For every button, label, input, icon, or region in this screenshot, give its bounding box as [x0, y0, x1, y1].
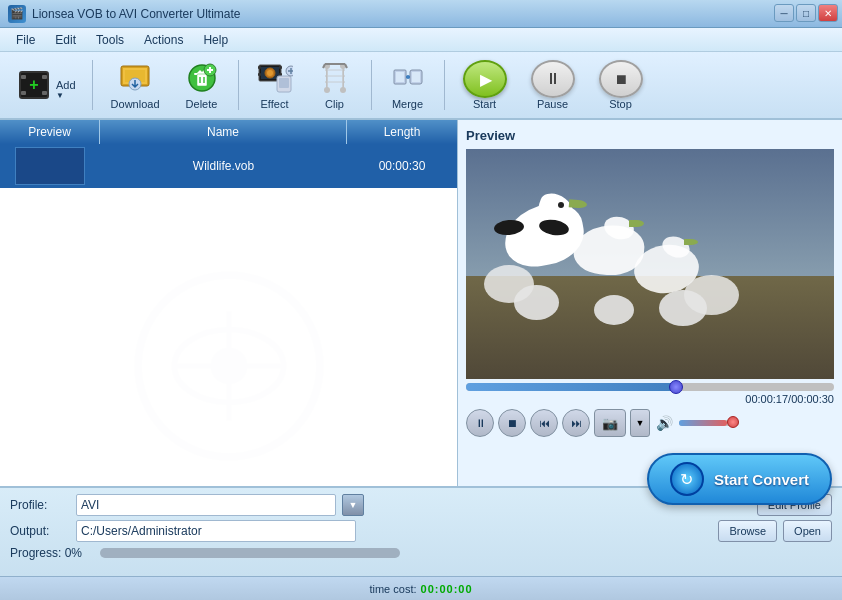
vc-stop-button[interactable]: ⏹: [498, 409, 526, 437]
menu-tools[interactable]: Tools: [86, 31, 134, 49]
vc-options-dropdown[interactable]: ▼: [630, 409, 650, 437]
start-button[interactable]: ▶ Start: [453, 56, 517, 114]
file-list-header: Preview Name Length: [0, 120, 457, 144]
profile-input[interactable]: [76, 494, 336, 516]
pause-label: Pause: [537, 98, 568, 110]
video-controls: ⏸ ⏹ ⏮ ⏭ 📷 ▼ 🔊: [466, 409, 834, 437]
vc-pause-button[interactable]: ⏸: [466, 409, 494, 437]
app-title: Lionsea VOB to AVI Converter Ultimate: [32, 7, 241, 21]
progress-label: Progress: 0%: [10, 546, 90, 560]
open-button[interactable]: Open: [783, 520, 832, 542]
toolbar-separator-2: [238, 60, 239, 110]
file-row[interactable]: Wildlife.vob 00:00:30: [0, 144, 457, 188]
progress-track: [100, 548, 400, 558]
window-controls: ─ □ ✕: [774, 4, 838, 22]
svg-rect-12: [279, 66, 282, 69]
clip-button[interactable]: Clip: [307, 56, 363, 114]
file-list-empty: [0, 188, 457, 486]
svg-point-21: [324, 87, 330, 93]
svg-rect-26: [412, 72, 420, 82]
start-convert-label: Start Convert: [714, 471, 809, 488]
file-thumbnail: [15, 147, 85, 185]
download-label: Download: [111, 98, 160, 110]
progress-row: Progress: 0%: [10, 546, 832, 560]
vc-rewind-button[interactable]: ⏮: [530, 409, 558, 437]
file-length-cell: 00:00:30: [347, 159, 457, 173]
maximize-button[interactable]: □: [796, 4, 816, 22]
pause-button[interactable]: ⏸ Pause: [521, 56, 585, 114]
merge-label: Merge: [392, 98, 423, 110]
delete-button[interactable]: Delete: [174, 56, 230, 114]
stop-icon: ⏹: [599, 60, 643, 98]
minimize-button[interactable]: ─: [774, 4, 794, 22]
close-button[interactable]: ✕: [818, 4, 838, 22]
column-header-name: Name: [100, 120, 347, 144]
menu-actions[interactable]: Actions: [134, 31, 193, 49]
watermark: [129, 266, 329, 466]
start-convert-button[interactable]: ↻ Start Convert: [647, 453, 832, 505]
svg-point-27: [406, 75, 410, 79]
output-input[interactable]: [76, 520, 356, 542]
add-button[interactable]: + Add ▼: [8, 56, 84, 114]
merge-button[interactable]: Merge: [380, 56, 436, 114]
download-button[interactable]: Download: [101, 56, 170, 114]
svg-rect-24: [396, 72, 404, 82]
pause-icon: ⏸: [531, 60, 575, 98]
merge-icon: [390, 60, 426, 96]
start-icon: ▶: [463, 60, 507, 98]
bird-scene: [466, 149, 834, 379]
output-label: Output:: [10, 524, 70, 538]
toolbar-separator-4: [444, 60, 445, 110]
video-preview: [466, 149, 834, 379]
vc-forward-button[interactable]: ⏭: [562, 409, 590, 437]
profile-label: Profile:: [10, 498, 70, 512]
video-progress-fill: [466, 383, 676, 391]
menu-help[interactable]: Help: [193, 31, 238, 49]
volume-fill: [679, 420, 727, 426]
effect-label: Effect: [261, 98, 289, 110]
delete-label: Delete: [186, 98, 218, 110]
time-cost-label: time cost:: [369, 583, 416, 595]
menu-file[interactable]: File: [6, 31, 45, 49]
vc-screenshot-button[interactable]: 📷: [594, 409, 626, 437]
clip-label: Clip: [325, 98, 344, 110]
start-convert-icon: ↻: [670, 462, 704, 496]
profile-dropdown[interactable]: ▼: [342, 494, 364, 516]
toolbar: + Add ▼ Download: [0, 52, 842, 120]
start-label: Start: [473, 98, 496, 110]
app-icon: 🎬: [8, 5, 26, 23]
svg-point-30: [210, 348, 246, 384]
svg-rect-10: [258, 66, 261, 69]
output-row: Output: Browse Open: [10, 520, 832, 542]
svg-point-22: [340, 87, 346, 93]
volume-icon: 🔊: [656, 415, 673, 431]
svg-point-15: [267, 70, 273, 76]
video-progress-bar[interactable]: [466, 383, 834, 391]
volume-thumb[interactable]: [727, 416, 739, 428]
download-icon: [117, 60, 153, 96]
clip-icon: [317, 60, 353, 96]
delete-icon: [184, 60, 220, 96]
svg-rect-11: [258, 73, 261, 76]
stop-button[interactable]: ⏹ Stop: [589, 56, 653, 114]
file-preview-cell: [0, 147, 100, 185]
progress-thumb[interactable]: [669, 380, 683, 394]
column-header-length: Length: [347, 120, 457, 144]
preview-panel: Preview: [458, 120, 842, 486]
time-cost-value: 00:00:00: [421, 583, 473, 595]
file-list: Preview Name Length Wildlife.vob 00:00: [0, 120, 458, 486]
time-display: 00:00:17/00:00:30: [466, 393, 834, 405]
title-bar: 🎬 Lionsea VOB to AVI Converter Ultimate …: [0, 0, 842, 28]
stop-label: Stop: [609, 98, 632, 110]
preview-title: Preview: [466, 128, 834, 143]
volume-bar[interactable]: [679, 420, 739, 426]
column-header-preview: Preview: [0, 120, 100, 144]
toolbar-separator-3: [371, 60, 372, 110]
main-area: Preview Name Length Wildlife.vob 00:00: [0, 120, 842, 486]
browse-button[interactable]: Browse: [718, 520, 777, 542]
file-name-cell: Wildlife.vob: [100, 159, 347, 173]
toolbar-separator-1: [92, 60, 93, 110]
svg-rect-17: [279, 78, 289, 88]
menu-edit[interactable]: Edit: [45, 31, 86, 49]
effect-button[interactable]: Effect: [247, 56, 303, 114]
